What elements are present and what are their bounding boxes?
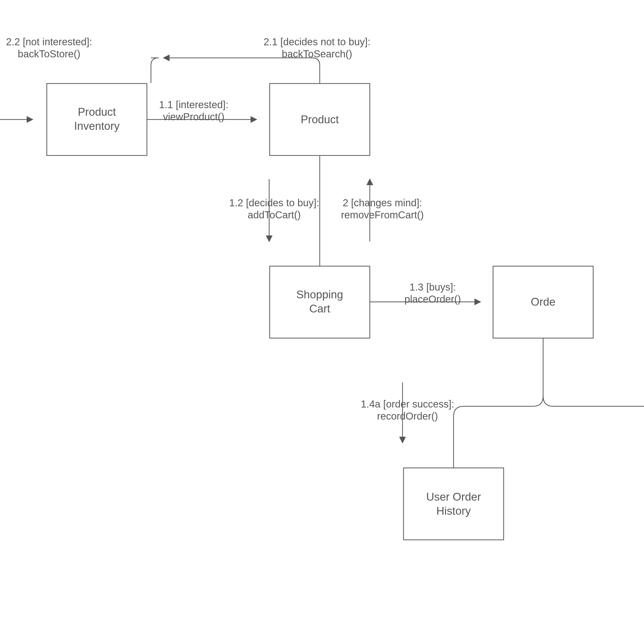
edge-back-to-store-label-1: 2.2 [not interested]: xyxy=(6,36,92,47)
edge-add-to-cart-label-2: addToCart() xyxy=(248,209,301,220)
edge-order-down xyxy=(454,338,644,468)
node-product-inventory-label-1: Product xyxy=(78,106,116,118)
node-product-inventory: Product Inventory xyxy=(47,84,147,155)
svg-rect-0 xyxy=(47,84,147,155)
node-user-order-history-label-1: User Order xyxy=(426,491,481,503)
edge-place-order: 1.3 [buys]: placeOrder() xyxy=(370,281,480,305)
edge-remove-from-cart-label-1: 2 [changes mind]: xyxy=(343,197,422,208)
node-product-inventory-label-2: Inventory xyxy=(74,120,120,132)
node-product: Product xyxy=(270,84,370,155)
edge-view-product-label-1: 1.1 [interested]: xyxy=(159,99,228,110)
node-user-order-history-label-2: History xyxy=(436,505,471,517)
svg-rect-4 xyxy=(404,468,504,540)
node-order: Orde xyxy=(493,266,593,338)
node-shopping-cart: Shopping Cart xyxy=(270,266,370,338)
flow-diagram: Product Inventory Product Shopping Cart … xyxy=(0,0,644,644)
edge-add-to-cart: 1.2 [decides to buy]: addToCart() xyxy=(229,179,319,241)
node-user-order-history: User Order History xyxy=(404,468,504,540)
edge-place-order-label-2: placeOrder() xyxy=(405,294,461,305)
edge-back-to-store-label-2: backToStore() xyxy=(18,48,81,59)
edge-record-order-label-1: 1.4a [order success]: xyxy=(361,398,454,410)
edge-view-product: 1.1 [interested]: viewProduct() xyxy=(147,99,257,122)
edge-remove-from-cart-label-2: removeFromCart() xyxy=(341,209,424,220)
edge-back-to-search-label-2: backToSearch() xyxy=(282,48,352,59)
edge-add-to-cart-label-1: 1.2 [decides to buy]: xyxy=(229,197,319,208)
node-order-label: Orde xyxy=(531,296,555,308)
edge-record-order-label-2: recordOrder() xyxy=(377,411,438,422)
edge-back-to-store: 2.2 [not interested]: backToStore() xyxy=(6,36,158,83)
node-shopping-cart-label-2: Cart xyxy=(309,302,330,315)
edge-remove-from-cart: 2 [changes mind]: removeFromCart() xyxy=(341,179,424,241)
svg-rect-2 xyxy=(270,266,370,338)
edge-back-to-search-label-1: 2.1 [decides not to buy]: xyxy=(264,36,371,47)
edge-place-order-label-1: 1.3 [buys]: xyxy=(410,281,456,293)
edge-view-product-label-2: viewProduct() xyxy=(163,111,225,122)
node-product-label: Product xyxy=(301,113,339,126)
edge-record-order: 1.4a [order success]: recordOrder() xyxy=(361,382,454,443)
edge-back-to-search: 2.1 [decides not to buy]: backToSearch() xyxy=(164,36,370,84)
node-shopping-cart-label-1: Shopping xyxy=(296,288,343,301)
